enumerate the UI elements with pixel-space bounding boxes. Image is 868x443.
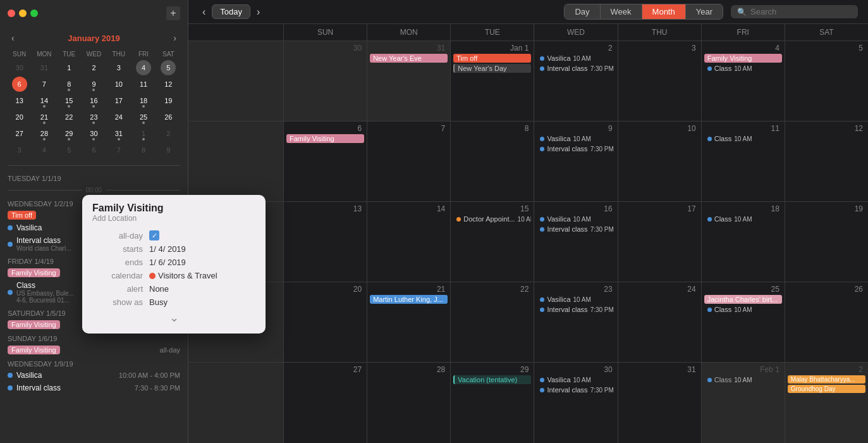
calendar-day[interactable]: 28: [367, 363, 450, 443]
calendar-day[interactable]: 30: [283, 41, 367, 121]
day-view-button[interactable]: Day: [565, 4, 600, 19]
vacation-event[interactable]: Vacation (tentative): [453, 375, 531, 384]
mini-day[interactable]: 19: [161, 93, 176, 108]
mini-day[interactable]: 1: [136, 126, 151, 141]
mini-day[interactable]: 9: [86, 77, 101, 92]
calendar-day[interactable]: Jan 1 Tim off New Year's Day: [450, 41, 534, 121]
calendar-day[interactable]: 16 Vasilica 10 AM Interval class 7:30 PM: [534, 202, 617, 282]
doctor-appt-event[interactable]: Doctor Appoint... 10 AM: [453, 215, 531, 223]
mini-day[interactable]: 14: [37, 93, 52, 108]
calendar-day[interactable]: 21 Martin Luther King, J...: [367, 282, 450, 362]
popup-ends[interactable]: 1/ 6/ 2019: [149, 258, 186, 267]
interval-class-event[interactable]: Interval class 7:30 PM: [537, 385, 614, 394]
calendar-day[interactable]: 6 Family Visiting: [283, 122, 367, 201]
calendar-day[interactable]: 8: [450, 122, 534, 201]
mini-day[interactable]: 5: [161, 60, 176, 75]
groundhog-event[interactable]: Groundhog Day: [788, 385, 865, 393]
mini-day[interactable]: 10: [111, 77, 126, 92]
calendar-day[interactable]: 11 Class 10 AM: [701, 122, 785, 201]
list-item[interactable]: Family Visiting all-day: [0, 344, 188, 356]
mini-day-today[interactable]: 6: [12, 77, 27, 92]
mini-day[interactable]: 23: [86, 109, 101, 125]
malay-event[interactable]: Malay Bhattacharyya...: [788, 375, 865, 384]
calendar-day[interactable]: 26: [785, 282, 868, 362]
popup-expand-icon[interactable]: ⌄: [92, 311, 255, 325]
jacintha-event[interactable]: Jacintha Charles' birt...: [704, 295, 782, 304]
interval-class-event[interactable]: Interval class 7:30 PM: [537, 64, 614, 73]
mini-day[interactable]: 2: [161, 126, 176, 141]
mini-day[interactable]: 22: [61, 109, 76, 125]
mini-day[interactable]: 8: [61, 77, 76, 92]
popup-calendar[interactable]: Visitors & Travel: [158, 271, 217, 280]
class-event[interactable]: Class 10 AM: [704, 375, 782, 384]
list-item[interactable]: Interval class 7:30 - 8:30 PM: [0, 382, 188, 394]
calendar-day[interactable]: 18 Class 10 AM: [701, 202, 785, 282]
calendar-day[interactable]: 19: [785, 202, 868, 282]
mini-day[interactable]: 4: [136, 60, 151, 75]
mini-day[interactable]: 6: [86, 142, 101, 158]
mini-day[interactable]: 1: [61, 60, 76, 75]
week-view-button[interactable]: Week: [601, 4, 642, 19]
vasilica-event[interactable]: Vasilica 10 AM: [537, 54, 614, 63]
calendar-day[interactable]: 17: [618, 202, 701, 282]
calendar-day[interactable]: 15 Doctor Appoint... 10 AM: [450, 202, 534, 282]
year-view-button[interactable]: Year: [686, 4, 723, 19]
calendar-day[interactable]: 31 New Year's Eve: [367, 41, 450, 121]
month-view-button[interactable]: Month: [642, 4, 686, 19]
mini-day[interactable]: 4: [37, 142, 52, 158]
class-event[interactable]: Class 10 AM: [704, 305, 782, 314]
calendar-day[interactable]: 13: [283, 202, 367, 282]
popup-alert[interactable]: None: [149, 284, 169, 294]
mini-day[interactable]: 17: [111, 93, 126, 108]
next-button[interactable]: ›: [253, 5, 264, 19]
mlk-event[interactable]: Martin Luther King, J...: [370, 295, 448, 304]
family-visiting-event[interactable]: Family Visiting: [704, 54, 782, 63]
mini-day[interactable]: 12: [161, 77, 176, 92]
today-button[interactable]: Today: [212, 4, 250, 19]
calendar-day[interactable]: 7: [367, 122, 450, 201]
calendar-day[interactable]: 2 Malay Bhattacharyya... Groundhog Day: [785, 363, 868, 443]
calendar-day[interactable]: 2 Vasilica 10 AM Interval class 7:30 PM: [534, 41, 617, 121]
mini-day[interactable]: 5: [61, 142, 76, 158]
minimize-icon[interactable]: [19, 9, 27, 17]
mini-day[interactable]: 8: [136, 142, 151, 158]
mini-prev-button[interactable]: ‹: [8, 32, 18, 44]
mini-day[interactable]: 30: [86, 126, 101, 141]
class-event[interactable]: Class 10 AM: [704, 134, 782, 143]
close-icon[interactable]: [8, 9, 15, 17]
mini-day[interactable]: 3: [12, 142, 27, 158]
new-years-day-event[interactable]: New Year's Day: [453, 64, 531, 73]
calendar-day[interactable]: 3: [618, 41, 701, 121]
mini-day[interactable]: 25: [136, 109, 151, 125]
mini-day[interactable]: 31: [37, 60, 52, 75]
mini-day[interactable]: 31: [111, 126, 126, 141]
interval-class-event[interactable]: Interval class 7:30 PM: [537, 225, 614, 234]
vasilica-event[interactable]: Vasilica 10 AM: [537, 215, 614, 223]
mini-day[interactable]: 15: [61, 93, 76, 108]
mini-day[interactable]: 27: [12, 126, 27, 141]
add-event-button[interactable]: +: [166, 6, 180, 20]
class-event[interactable]: Class 10 AM: [704, 64, 782, 73]
mini-day[interactable]: 28: [37, 126, 52, 141]
class-event[interactable]: Class 10 AM: [704, 215, 782, 223]
vasilica-event[interactable]: Vasilica 10 AM: [537, 295, 614, 304]
interval-class-event[interactable]: Interval class 7:30 PM: [537, 305, 614, 314]
tim-off-event[interactable]: Tim off: [453, 54, 531, 63]
calendar-day[interactable]: 5: [785, 41, 868, 121]
mini-day[interactable]: 2: [86, 60, 101, 75]
mini-day[interactable]: 7: [37, 77, 52, 92]
interval-class-event[interactable]: Interval class 7:30 PM: [537, 144, 614, 153]
mini-day[interactable]: 30: [12, 60, 27, 75]
calendar-day[interactable]: 12: [785, 122, 868, 201]
mini-day[interactable]: 3: [111, 60, 126, 75]
vasilica-event[interactable]: Vasilica 10 AM: [537, 375, 614, 384]
calendar-day[interactable]: 23 Vasilica 10 AM Interval class 7:30 PM: [534, 282, 617, 362]
mini-day[interactable]: 29: [61, 126, 76, 141]
mini-day[interactable]: 16: [86, 93, 101, 108]
calendar-day[interactable]: 24: [618, 282, 701, 362]
calendar-day[interactable]: 30 Vasilica 10 AM Interval class 7:30 PM: [534, 363, 617, 443]
prev-button[interactable]: ‹: [199, 5, 209, 19]
calendar-day[interactable]: 31: [618, 363, 701, 443]
mini-day[interactable]: 21: [37, 109, 52, 125]
calendar-day[interactable]: 4 Family Visiting Class 10 AM: [701, 41, 785, 121]
